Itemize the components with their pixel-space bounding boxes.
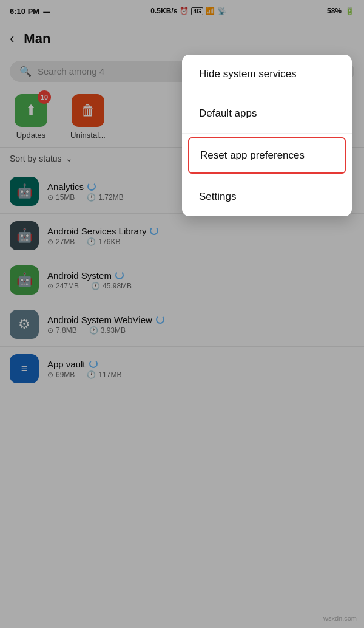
menu-item-settings[interactable]: Settings: [182, 177, 352, 216]
menu-item-reset-preferences[interactable]: Reset app preferences: [188, 137, 346, 174]
dropdown-menu: Hide system services Default apps Reset …: [182, 55, 352, 216]
menu-item-hide-system[interactable]: Hide system services: [182, 55, 352, 94]
menu-item-default-apps[interactable]: Default apps: [182, 94, 352, 134]
